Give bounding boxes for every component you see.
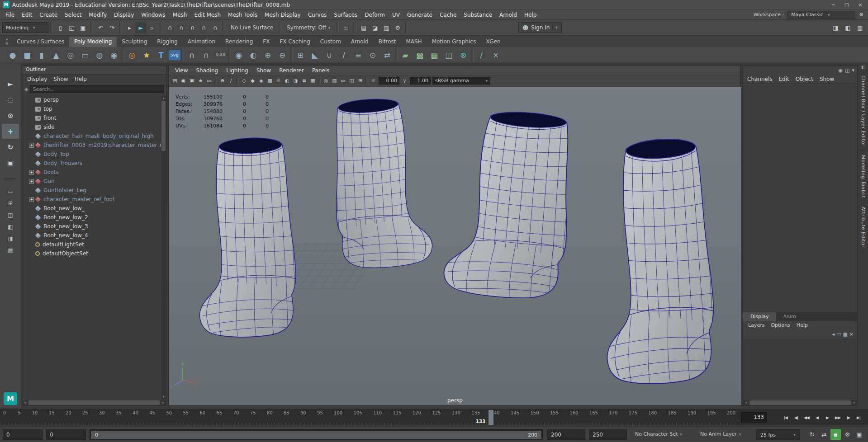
tool-settings-toggle[interactable]: ◧ (842, 22, 854, 33)
channel-box-menu-item[interactable]: Object (792, 76, 816, 82)
view-transform-dropdown[interactable]: sRGB gamma (432, 77, 490, 85)
shadows-icon[interactable]: ◐ (283, 76, 291, 85)
image-plane-icon[interactable]: ▭ (205, 76, 213, 85)
crease-tool-button[interactable]: ∕ (474, 48, 488, 62)
animation-end-field[interactable]: 250 (589, 429, 627, 440)
textured-mode-icon[interactable]: ▩ (266, 76, 274, 85)
menubar-item[interactable]: Generate (403, 10, 436, 20)
field-chart-icon[interactable]: ⊞ (356, 76, 365, 85)
shelf-tab[interactable]: MASH (401, 37, 427, 47)
motion-blur-icon[interactable]: ≡ (300, 76, 308, 85)
open-scene-button[interactable]: ◱ (66, 22, 77, 33)
layout-two-pane-button[interactable]: ◫ (4, 210, 17, 221)
outliner-item[interactable]: side (22, 122, 161, 132)
save-scene-button[interactable]: ▣ (77, 22, 89, 33)
tab-modeling-toolkit[interactable]: Modeling Toolkit (860, 151, 866, 202)
tab-channel-box-layer-editor[interactable]: Channel Box / Layer Editor (860, 71, 866, 151)
snap-origin-button[interactable]: 0,0,0 (214, 48, 228, 62)
lasso-tool-button[interactable]: ◌ (2, 92, 19, 107)
bevel-button[interactable]: ◣ (308, 48, 322, 62)
expand-toggle-icon[interactable] (29, 197, 34, 202)
menubar-item[interactable]: Mesh Tools (224, 10, 261, 20)
outliner-item[interactable]: defaultObjectSet (22, 249, 161, 258)
timeline-tick-label[interactable]: 5 (17, 410, 21, 425)
auto-keyframe-button[interactable]: ▪ (830, 429, 841, 440)
target-weld-button[interactable]: ⊙ (366, 48, 379, 62)
timeline-tick-label[interactable]: 45 (149, 410, 155, 425)
mirror-button[interactable]: ⇄ (380, 48, 394, 62)
separate-button[interactable]: ⊖ (275, 48, 289, 62)
select-camera-icon[interactable]: ▤ (171, 76, 179, 85)
layer-editor-menu-item[interactable]: Layers (745, 321, 768, 329)
workspace-settings-icon[interactable]: ⚙ (859, 12, 863, 18)
close-button[interactable]: × (854, 0, 867, 9)
outliner-item[interactable]: character_master_ref_foot (22, 195, 161, 204)
transfer-attributes-button[interactable]: ⊗ (456, 48, 470, 62)
timeline-tick-label[interactable]: 75 (250, 410, 256, 425)
timeline-tick-label[interactable]: 25 (82, 410, 88, 425)
boot-mesh-3[interactable] (442, 107, 583, 302)
paint-select-tool-button[interactable]: ⊙ (2, 108, 19, 123)
polyCylinder-button[interactable]: ▮ (35, 48, 48, 62)
timeline-tick-label[interactable]: 185 (668, 410, 677, 425)
uv-editor-button[interactable]: ▩ (413, 48, 427, 62)
shelf-tab[interactable]: Custom (315, 37, 346, 47)
timeline-tick-label[interactable]: 190 (688, 410, 696, 425)
shelf-edit-icon[interactable]: ⚙ (2, 42, 12, 46)
shelf-tab[interactable]: FX Caching (275, 37, 315, 47)
timeline-tick-label[interactable]: 105 (354, 410, 362, 425)
scrollbar-thumb[interactable] (749, 400, 851, 405)
type-tool-button[interactable]: T (154, 48, 168, 62)
timeline-tick-label[interactable]: 155 (550, 410, 559, 425)
time-slider-track[interactable]: 0510152025303540455055606570758085909510… (1, 410, 737, 425)
current-time-marker[interactable] (489, 410, 493, 425)
shelf-tab[interactable]: Rigging (152, 37, 182, 47)
shelf-tab[interactable]: XGen (481, 37, 506, 47)
polyGear-button[interactable]: ◉ (107, 48, 121, 62)
snap-align-button[interactable]: ∩ (199, 48, 213, 62)
step-forward-key-button[interactable]: |▶ (843, 411, 853, 424)
expand-toggle-icon[interactable] (29, 170, 34, 175)
sign-in-caret-icon[interactable]: ▾ (552, 25, 558, 30)
shelf-menu-icon[interactable]: ▾ (2, 38, 12, 42)
scale-tool-button[interactable]: ▣ (2, 155, 19, 170)
film-gate-icon[interactable]: ◫ (347, 76, 356, 85)
play-backwards-button[interactable]: ◀ (812, 411, 822, 424)
polySphere-button[interactable]: ● (6, 48, 19, 62)
exposure-icon[interactable]: ☼ (369, 76, 378, 85)
snap-to-point-button[interactable]: ∩ (187, 22, 198, 33)
boolean-difference-button[interactable]: ◐ (247, 48, 260, 62)
extrude-button[interactable]: ⊞ (294, 48, 307, 62)
uv-layout-button[interactable]: ▦ (427, 48, 441, 62)
select-object-mode-button[interactable]: ► (135, 22, 147, 33)
outliner-item[interactable]: defaultLightSet (22, 240, 161, 249)
menubar-item[interactable]: Mesh (169, 10, 191, 20)
outliner-item[interactable]: thedrifter_0003_m2019:character_master_r… (22, 141, 161, 150)
bridge-button[interactable]: ∪ (323, 48, 336, 62)
outliner-item[interactable]: Boot_new_low_4 (22, 231, 161, 240)
viewport-3d-scene[interactable]: Y x z (169, 87, 741, 405)
viewport-menu-item[interactable]: View (171, 66, 192, 75)
scroll-left-icon[interactable] (743, 400, 749, 405)
outliner-item[interactable]: Gun (22, 177, 161, 186)
shelf-tab[interactable]: Arnold (346, 37, 374, 47)
scroll-down-icon[interactable] (161, 394, 166, 400)
timeline-tick-label[interactable]: 95 (317, 410, 323, 425)
lock-camera-icon[interactable]: ◉ (179, 76, 188, 85)
timeline-tick-label[interactable]: 130 (452, 410, 460, 425)
polyTorus-button[interactable]: ◎ (64, 48, 77, 62)
outliner-item[interactable]: character_hair_mask_body_original_high (22, 132, 161, 141)
save-preferences-button[interactable]: ▣ (854, 429, 864, 440)
outliner-item[interactable]: Boot_new_low_2 (22, 213, 161, 222)
timeline-tick-label[interactable]: 90 (300, 410, 306, 425)
layout-panel-icon[interactable]: ◫ (845, 67, 849, 73)
redo-button[interactable]: ↷ (106, 22, 118, 33)
sign-in-button[interactable]: ☻ Sign In ▾ (518, 22, 562, 33)
camera-attributes-icon[interactable]: ▣ (188, 76, 196, 85)
timeline-tick-label[interactable]: 85 (284, 410, 289, 425)
bookmark-icon[interactable]: ★ (196, 76, 205, 85)
playback-loop-button[interactable]: ↻ (807, 429, 817, 440)
tab-attribute-editor[interactable]: Attribute Editor (860, 202, 866, 252)
menubar-item[interactable]: File (2, 10, 18, 20)
layout-hypershade-button[interactable]: ▦ (4, 245, 17, 256)
